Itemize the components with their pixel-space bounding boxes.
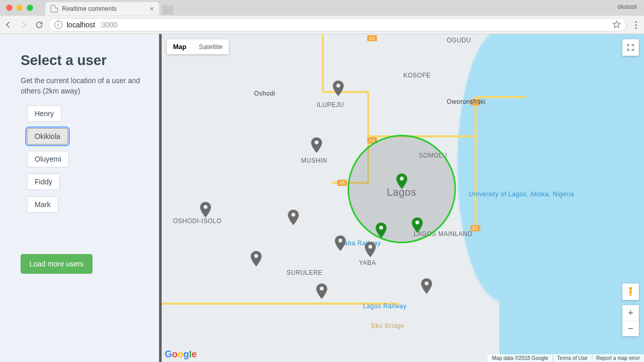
user-button[interactable]: Oluyemi [27, 151, 69, 167]
map-label-place: University of Lagos, Akoka, Nigeria [469, 191, 536, 198]
map-label: KOSOFE [403, 72, 431, 79]
address-bar: i localhost:3000 [0, 15, 644, 34]
pegman-icon[interactable] [622, 284, 639, 300]
map-label: YABA [359, 259, 376, 266]
svg-point-9 [425, 281, 428, 285]
svg-point-4 [203, 205, 207, 209]
site-info-icon[interactable]: i [54, 21, 62, 29]
page-title: Select a user [21, 53, 144, 69]
map-marker-icon[interactable] [200, 202, 211, 217]
url-input[interactable]: i localhost:3000 [49, 18, 626, 32]
svg-rect-15 [630, 294, 630, 296]
zoom-control: + − [622, 305, 639, 336]
profile-name[interactable]: olususi [618, 3, 637, 10]
svg-point-7 [368, 245, 372, 248]
svg-point-3 [291, 213, 295, 216]
zoom-out-button[interactable]: − [622, 321, 639, 336]
page-body: Select a user Get the current location o… [0, 34, 644, 362]
map-report-link[interactable]: Report a map error [592, 354, 644, 362]
map-marker-in-range-icon[interactable] [375, 223, 387, 238]
map-label: SURULERE [287, 269, 322, 276]
map-attribution: Map data ©2018 Google [488, 354, 552, 362]
page-icon [51, 5, 58, 12]
map-footer: Map data ©2018 Google Terms of Use Repor… [488, 354, 644, 362]
page-description: Get the current location of a user and o… [21, 76, 144, 96]
map-marker-icon[interactable] [365, 242, 376, 257]
bookmark-icon[interactable] [612, 20, 621, 30]
svg-point-13 [629, 287, 632, 290]
new-tab-button[interactable] [162, 5, 174, 14]
back-icon[interactable] [4, 21, 12, 29]
window-controls [4, 0, 36, 15]
map-marker-icon[interactable] [333, 81, 344, 96]
map-label: MUSHIN [301, 157, 327, 164]
map-label-place: Lagos Railway [363, 303, 407, 310]
url-host: localhost [67, 21, 95, 29]
fullscreen-button[interactable] [622, 39, 639, 56]
svg-point-6 [338, 239, 342, 242]
map-label: Oshodi [254, 90, 275, 97]
map-label: ILUPEJU [317, 101, 344, 108]
google-logo: Google [165, 349, 197, 360]
svg-point-8 [320, 287, 323, 290]
map-marker-in-range-icon[interactable] [396, 174, 407, 189]
browser-tab[interactable]: Realtime comments × [45, 2, 159, 15]
tab-title: Realtime comments [62, 5, 117, 12]
map-marker-icon[interactable] [421, 278, 432, 294]
close-window-icon[interactable] [6, 5, 12, 11]
svg-marker-0 [613, 21, 620, 27]
svg-point-12 [379, 226, 383, 229]
zoom-in-button[interactable]: + [622, 305, 639, 321]
map-marker-icon[interactable] [250, 251, 262, 266]
map-label: OGUDU [447, 37, 471, 44]
load-more-button[interactable]: Load more users [21, 254, 92, 274]
map-marker-in-range-icon[interactable] [412, 217, 423, 233]
svg-point-10 [400, 177, 403, 180]
sidebar: Select a user Get the current location o… [0, 34, 159, 362]
map-label: Eko Bridge [371, 322, 404, 329]
forward-icon[interactable] [20, 21, 28, 29]
map-marker-icon[interactable] [335, 235, 346, 251]
user-list: Henry Okikiola Oluyemi Fiddy Mark [27, 105, 144, 213]
user-button[interactable]: Fiddy [27, 174, 60, 190]
maximize-window-icon[interactable] [27, 5, 33, 11]
map-canvas[interactable]: A1 A1 A5 E1 E1 KOSOFE OGUDU Oshodi Oworo… [162, 34, 644, 362]
svg-point-2 [315, 140, 318, 144]
map-label: OSHODI-ISOLO [173, 217, 222, 225]
svg-rect-16 [631, 294, 631, 296]
minimize-window-icon[interactable] [17, 5, 23, 11]
svg-rect-14 [630, 290, 632, 293]
map-terms-link[interactable]: Terms of Use [553, 354, 592, 362]
browser-menu-icon[interactable] [632, 21, 640, 29]
map-marker-icon[interactable] [288, 210, 299, 225]
map-marker-icon[interactable] [311, 137, 322, 153]
svg-point-1 [336, 84, 340, 87]
map[interactable]: A1 A1 A5 E1 E1 KOSOFE OGUDU Oshodi Oworo… [162, 34, 644, 362]
browser-tab-bar: Realtime comments × olususi [0, 0, 644, 15]
close-tab-icon[interactable]: × [150, 5, 154, 13]
url-port: :3000 [99, 21, 117, 29]
user-button[interactable]: Mark [27, 196, 58, 213]
svg-point-5 [254, 254, 258, 258]
svg-point-11 [415, 221, 419, 224]
user-button[interactable]: Okikiola [27, 128, 68, 145]
map-label: Oworonshoki [447, 98, 486, 105]
user-button[interactable]: Henry [27, 105, 61, 122]
map-type-satellite[interactable]: Satellite [193, 39, 229, 54]
map-type-control: Map Satellite [167, 39, 229, 54]
map-type-map[interactable]: Map [167, 39, 193, 54]
map-marker-icon[interactable] [316, 284, 327, 299]
reload-icon[interactable] [35, 21, 43, 29]
